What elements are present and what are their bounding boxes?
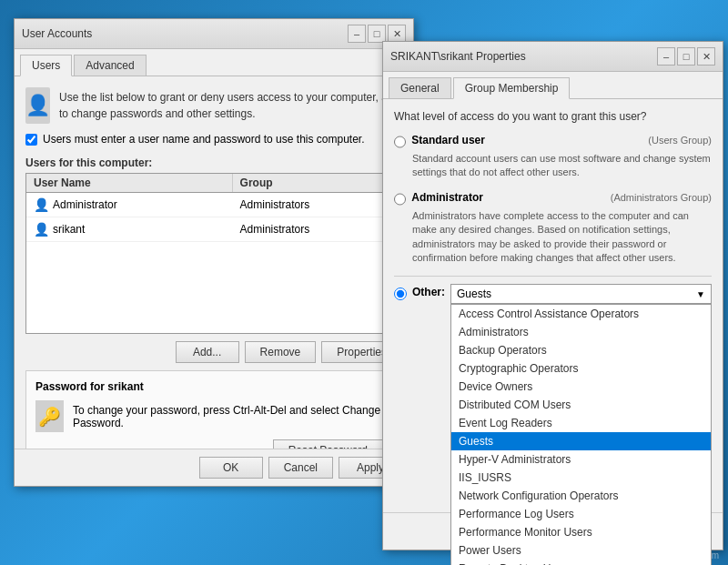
chevron-down-icon: ▼ xyxy=(696,289,705,299)
standard-user-desc: Standard account users can use most soft… xyxy=(412,152,712,180)
group-dropdown-container: Guests ▼ Access Control Assistance Opera… xyxy=(450,284,712,304)
properties-titlebar: SRIKANT\srikant Properties – □ ✕ xyxy=(383,42,723,72)
props-close-button[interactable]: ✕ xyxy=(697,47,715,66)
cancel-button[interactable]: Cancel xyxy=(268,457,333,479)
dropdown-item[interactable]: Remote Desktop Users xyxy=(451,560,711,565)
dropdown-item[interactable]: Administrators xyxy=(451,323,711,341)
col-group: Group xyxy=(233,174,401,192)
user-accounts-title: User Accounts xyxy=(22,27,92,40)
table-header: User Name Group xyxy=(26,174,401,193)
administrator-label: Administrator xyxy=(411,191,483,204)
user-group-cell: Administrators xyxy=(233,220,401,238)
user-icon: 👤 xyxy=(34,222,49,237)
dropdown-item[interactable]: Power Users xyxy=(451,541,711,560)
administrator-sublabel: (Administrators Group) xyxy=(611,192,712,203)
dropdown-item[interactable]: Backup Operators xyxy=(451,341,711,359)
standard-user-row: Standard user (Users Group) xyxy=(394,134,712,148)
other-radio[interactable] xyxy=(394,288,407,300)
dropdown-item[interactable]: Hyper-V Administrators xyxy=(451,450,711,469)
table-spacer xyxy=(26,242,401,333)
administrator-row: Administrator (Administrators Group) xyxy=(394,191,712,206)
table-row[interactable]: 👤 srikant Administrators xyxy=(26,217,401,242)
administrator-section: Administrator (Administrators Group) Adm… xyxy=(394,191,712,266)
props-content: What level of access do you want to gran… xyxy=(383,99,723,315)
administrator-radio[interactable] xyxy=(394,193,406,206)
must-enter-password-checkbox[interactable] xyxy=(25,134,37,146)
dropdown-item[interactable]: Cryptographic Operators xyxy=(451,359,711,378)
standard-user-section: Standard user (Users Group) Standard acc… xyxy=(394,134,712,180)
dropdown-item[interactable]: Event Log Readers xyxy=(451,414,711,432)
divider xyxy=(394,276,712,277)
add-button[interactable]: Add... xyxy=(176,341,239,363)
properties-title: SRIKANT\srikant Properties xyxy=(390,50,526,63)
dropdown-item[interactable]: Performance Log Users xyxy=(451,505,711,523)
group-dropdown-trigger[interactable]: Guests ▼ xyxy=(450,284,712,304)
password-section-title: Password for srikant xyxy=(35,380,392,393)
users-section-label: Users for this computer: xyxy=(25,156,402,169)
tab-advanced[interactable]: Advanced xyxy=(74,55,146,76)
props-tab-bar: General Group Membership xyxy=(383,72,723,99)
titlebar-controls: – □ ✕ xyxy=(348,25,406,43)
user-group-cell: Administrators xyxy=(233,196,401,214)
bottom-button-row: OK Cancel Apply xyxy=(15,449,413,486)
other-row: Other: Guests ▼ Access Control Assistanc… xyxy=(394,284,712,304)
must-enter-password-label: Users must enter a user name and passwor… xyxy=(43,133,365,146)
user-description: Use the list below to grant or deny user… xyxy=(59,89,402,122)
standard-user-sublabel: (Users Group) xyxy=(648,135,712,146)
props-maximize-button[interactable]: □ xyxy=(677,47,695,66)
dropdown-item[interactable]: Performance Monitor Users xyxy=(451,523,711,541)
standard-user-label: Standard user xyxy=(411,134,485,146)
password-description: To change your password, press Ctrl-Alt-… xyxy=(73,404,392,429)
tab-users[interactable]: Users xyxy=(20,55,72,76)
user-accounts-titlebar: User Accounts – □ ✕ xyxy=(15,19,413,49)
group-dropdown-list: Access Control Assistance OperatorsAdmin… xyxy=(450,304,712,565)
props-minimize-button[interactable]: – xyxy=(657,47,675,66)
tab-general[interactable]: General xyxy=(389,77,451,98)
group-dropdown-value: Guests xyxy=(457,288,696,300)
access-question: What level of access do you want to gran… xyxy=(394,110,712,123)
col-username: User Name xyxy=(26,174,233,192)
close-button[interactable]: ✕ xyxy=(388,25,406,43)
dropdown-item[interactable]: Network Configuration Operators xyxy=(451,487,711,505)
dropdown-item[interactable]: Guests xyxy=(451,432,711,450)
administrator-desc: Administrators have complete access to t… xyxy=(412,209,712,266)
tab-bar: Users Advanced xyxy=(15,49,413,76)
user-action-buttons: Add... Remove Properties xyxy=(25,341,402,363)
user-icon: 👤 xyxy=(34,197,49,212)
table-row[interactable]: 👤 Administrator Administrators xyxy=(26,193,401,217)
users-tab-content: 👤 Use the list below to grant or deny us… xyxy=(15,76,413,482)
password-content: 🔑 To change your password, press Ctrl-Al… xyxy=(35,400,392,432)
user-header: 👤 Use the list below to grant or deny us… xyxy=(25,87,402,124)
must-enter-password-row: Users must enter a user name and passwor… xyxy=(25,133,402,146)
maximize-button[interactable]: □ xyxy=(368,25,386,43)
dropdown-item[interactable]: Device Owners xyxy=(451,378,711,396)
other-label: Other: xyxy=(412,286,445,298)
user-name-cell: 👤 Administrator xyxy=(26,195,233,215)
tab-group-membership[interactable]: Group Membership xyxy=(453,77,571,99)
user-accounts-window: User Accounts – □ ✕ Users Advanced 👤 Use… xyxy=(14,18,414,487)
remove-button[interactable]: Remove xyxy=(245,341,317,363)
users-table: User Name Group 👤 Administrator Administ… xyxy=(25,173,402,334)
dropdown-item[interactable]: Distributed COM Users xyxy=(451,396,711,414)
dropdown-item[interactable]: Access Control Assistance Operators xyxy=(451,305,711,323)
properties-window: SRIKANT\srikant Properties – □ ✕ General… xyxy=(382,41,723,550)
password-icon: 🔑 xyxy=(35,400,64,432)
user-avatar-icon: 👤 xyxy=(25,87,50,124)
dropdown-item[interactable]: IIS_IUSRS xyxy=(451,469,711,487)
minimize-button[interactable]: – xyxy=(348,25,366,43)
user-name-cell: 👤 srikant xyxy=(26,219,233,239)
props-titlebar-controls: – □ ✕ xyxy=(657,47,715,66)
ok-button[interactable]: OK xyxy=(199,457,263,479)
standard-user-radio[interactable] xyxy=(394,136,406,148)
